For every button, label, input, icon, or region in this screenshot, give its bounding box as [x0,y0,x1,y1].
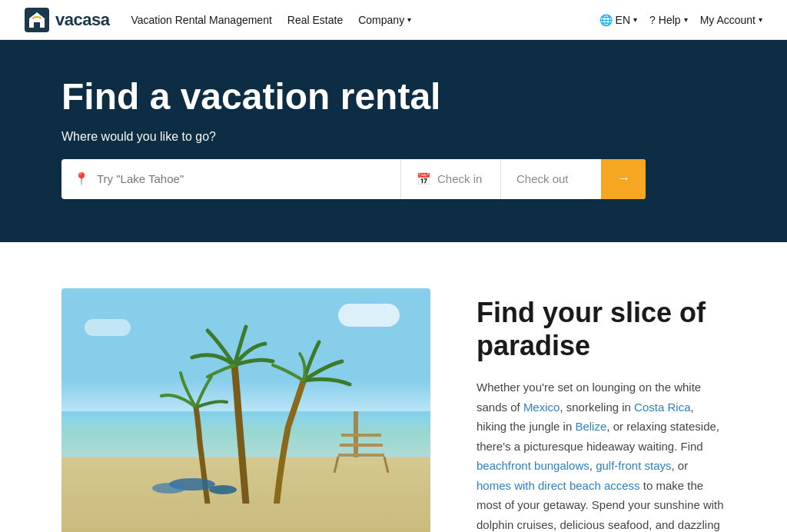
search-button[interactable]: → [601,159,646,199]
nav-company[interactable]: Company ▾ [358,14,411,26]
content-heading: Find your slice of paradise [477,296,726,362]
beach-image [61,288,430,532]
svg-point-2 [152,483,186,494]
svg-rect-7 [341,434,381,437]
checkin-picker[interactable]: 📅 Check in [401,159,501,199]
account-button[interactable]: My Account ▾ [700,14,762,26]
svg-point-3 [209,485,237,494]
beachfront-link[interactable]: beachfront bungalows [477,459,589,472]
account-chevron-icon: ▾ [759,15,762,24]
search-input[interactable] [97,172,388,185]
header-right: 🌐 EN ▾ ? Help ▾ My Account ▾ [599,14,762,26]
checkout-picker[interactable]: Check out [501,159,601,199]
direct-beach-link[interactable]: homes with direct beach access [477,479,640,492]
help-button[interactable]: ? Help ▾ [649,14,688,26]
pier [323,411,400,473]
beach-scene [61,288,430,532]
svg-rect-6 [340,444,383,447]
belize-link[interactable]: Belize [575,420,606,433]
help-chevron-icon: ▾ [684,15,688,24]
content-paragraph: Whether you're set on lounging on the wh… [477,377,726,532]
main-nav: Vacation Rental Management Real Estate C… [131,14,411,26]
company-chevron-icon: ▾ [407,15,411,24]
gulf-front-link[interactable]: gulf-front stays [596,459,671,472]
nav-vacation-rental[interactable]: Vacation Rental Management [131,14,271,26]
search-bar: 📍 📅 Check in Check out → [61,159,646,199]
search-arrow-icon: → [616,171,630,187]
checkin-calendar-icon: 📅 [417,172,431,186]
logo-text: vacasa [55,10,109,30]
globe-icon: 🌐 [599,14,613,26]
mexico-link[interactable]: Mexico [523,401,560,414]
help-icon: ? [649,14,656,26]
logo[interactable]: vacasa [25,8,109,32]
hero-section: Find a vacation rental Where would you l… [0,40,787,242]
svg-line-8 [334,457,338,473]
location-input-container[interactable]: 📍 [61,159,401,199]
text-content: Find your slice of paradise Whether you'… [477,288,726,532]
nav-real-estate[interactable]: Real Estate [287,14,343,26]
hero-title: Find a vacation rental [61,77,726,118]
logo-icon [25,8,49,32]
hero-subtitle: Where would you like to go? [61,130,726,144]
header-left: vacasa Vacation Rental Management Real E… [25,8,411,32]
costa-rica-link[interactable]: Costa Rica [634,401,690,414]
checkout-label: Check out [516,172,569,185]
location-icon: 📍 [74,171,89,186]
language-selector[interactable]: 🌐 EN ▾ [599,14,637,26]
globe-chevron-icon: ▾ [633,15,637,24]
svg-rect-5 [338,454,384,457]
site-header: vacasa Vacation Rental Management Real E… [0,0,787,40]
content-section: Find your slice of paradise Whether you'… [0,242,787,532]
svg-line-9 [384,457,388,473]
checkin-label: Check in [437,172,482,185]
